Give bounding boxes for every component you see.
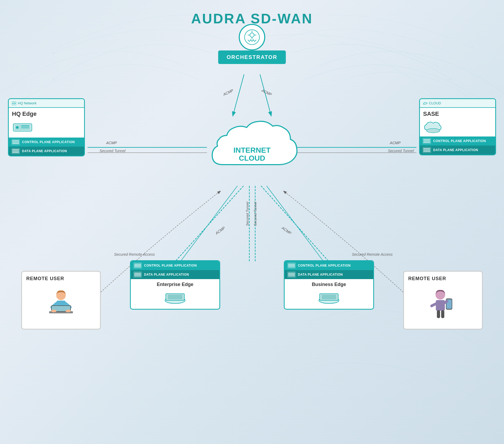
svg-point-30 <box>15 103 16 104</box>
remote-user-right-label: REMOTE USER <box>408 276 478 281</box>
hq-planes: CONTROL PLANE APPLICATION DATA PLANE APP… <box>9 138 84 156</box>
hq-data-plane: DATA PLANE APPLICATION <box>9 147 84 156</box>
remote-user-left-label: REMOTE USER <box>26 276 96 281</box>
remote-user-right-figure <box>408 285 478 325</box>
remote-user-left-figure <box>26 285 96 325</box>
svg-point-29 <box>12 103 14 104</box>
sase-title: SASE <box>420 108 495 119</box>
acmp-sase-label: ACMP <box>390 141 401 145</box>
business-data-icon <box>287 271 296 278</box>
hq-box: HQ Network HQ Edge CONTROL PLANE APPLICA… <box>8 98 85 156</box>
svg-point-4 <box>52 79 54 80</box>
svg-rect-55 <box>322 295 336 299</box>
enterprise-box: CONTROL PLANE APPLICATION DATA PLANE APP… <box>130 260 220 310</box>
business-planes: CONTROL PLANE APPLICATION DATA PLANE APP… <box>285 261 373 279</box>
svg-point-33 <box>16 126 19 129</box>
svg-point-43 <box>66 310 71 312</box>
sase-control-plane: CONTROL PLANE APPLICATION <box>420 136 495 146</box>
svg-text:INTERNET: INTERNET <box>233 146 271 154</box>
enterprise-control-icon <box>133 262 142 269</box>
sase-network-label: CLOUD <box>429 101 441 105</box>
hq-title: HQ Edge <box>9 108 84 119</box>
business-control-icon <box>287 262 296 269</box>
remote-user-right-avatar <box>426 287 460 322</box>
control-plane-icon <box>11 139 20 145</box>
svg-rect-45 <box>436 300 445 311</box>
secured-remote-access-left-label: Secured Remote Access <box>114 252 155 257</box>
cloud-container: INTERNET CLOUD <box>202 112 302 181</box>
enterprise-planes: CONTROL PLANE APPLICATION DATA PLANE APP… <box>131 261 219 279</box>
hq-network-icon <box>12 101 16 105</box>
remote-user-left-avatar <box>44 287 78 322</box>
remote-user-right-box: REMOTE USER <box>403 271 483 330</box>
orchestrator-icon <box>239 24 265 50</box>
secured-tunnel-enterprise-label: Secured Tunnel <box>245 202 249 226</box>
svg-rect-35 <box>21 127 29 128</box>
secured-tunnel-business-label: Secured Tunnel <box>253 202 257 226</box>
hq-network-label: HQ Network <box>18 101 37 105</box>
hq-header: HQ Network <box>9 99 84 108</box>
page-title: AUDRA SD-WAN <box>0 0 504 27</box>
secured-remote-access-right-label: Secured Remote Access <box>352 252 393 257</box>
svg-rect-52 <box>168 295 182 299</box>
enterprise-device-icon <box>131 289 219 309</box>
sase-control-icon <box>423 138 431 144</box>
svg-point-1 <box>437 66 438 67</box>
sase-data-icon <box>423 147 431 153</box>
svg-point-20 <box>250 33 254 37</box>
cloud-shape: INTERNET CLOUD <box>202 112 302 181</box>
cloud-icon <box>423 102 427 105</box>
sase-data-plane: DATA PLANE APPLICATION <box>420 146 495 155</box>
business-title: Business Edge <box>285 279 373 289</box>
acmp-hq-label: ACMP <box>106 141 117 145</box>
remote-user-left-box: REMOTE USER <box>21 271 101 330</box>
orchestrator-box: ORCHESTRATOR <box>218 50 286 64</box>
hq-control-plane: CONTROL PLANE APPLICATION <box>9 138 84 147</box>
orchestrator-label: ORCHESTRATOR <box>227 54 277 60</box>
sase-planes: CONTROL PLANE APPLICATION DATA PLANE APP… <box>420 136 495 155</box>
svg-point-3 <box>397 39 398 40</box>
svg-text:CLOUD: CLOUD <box>239 154 265 162</box>
business-control-plane: CONTROL PLANE APPLICATION <box>285 261 373 270</box>
sase-device-icon <box>420 119 495 136</box>
secured-tunnel-hq-label: Secured Tunnel <box>99 149 125 153</box>
svg-point-36 <box>427 129 440 133</box>
svg-rect-48 <box>437 310 440 318</box>
enterprise-data-plane: DATA PLANE APPLICATION <box>131 270 219 279</box>
svg-rect-34 <box>21 125 29 126</box>
business-box: CONTROL PLANE APPLICATION DATA PLANE APP… <box>284 260 374 310</box>
enterprise-control-plane: CONTROL PLANE APPLICATION <box>131 261 219 270</box>
hq-router-icon <box>9 119 84 136</box>
enterprise-title: Enterprise Edge <box>131 279 219 289</box>
svg-point-2 <box>471 47 473 49</box>
sase-box: CLOUD SASE CONTROL PLANE APPLICATION DAT… <box>419 98 496 155</box>
enterprise-data-icon <box>133 271 142 278</box>
data-plane-icon <box>11 148 20 154</box>
svg-rect-49 <box>441 310 444 318</box>
sase-header: CLOUD <box>420 99 495 108</box>
svg-point-5 <box>52 52 54 54</box>
svg-point-6 <box>58 47 59 48</box>
svg-point-0 <box>450 79 452 80</box>
svg-point-42 <box>51 310 57 312</box>
business-data-plane: DATA PLANE APPLICATION <box>285 270 373 279</box>
business-device-icon <box>285 289 373 309</box>
secured-tunnel-sase-label: Secured Tunnel <box>388 149 414 153</box>
